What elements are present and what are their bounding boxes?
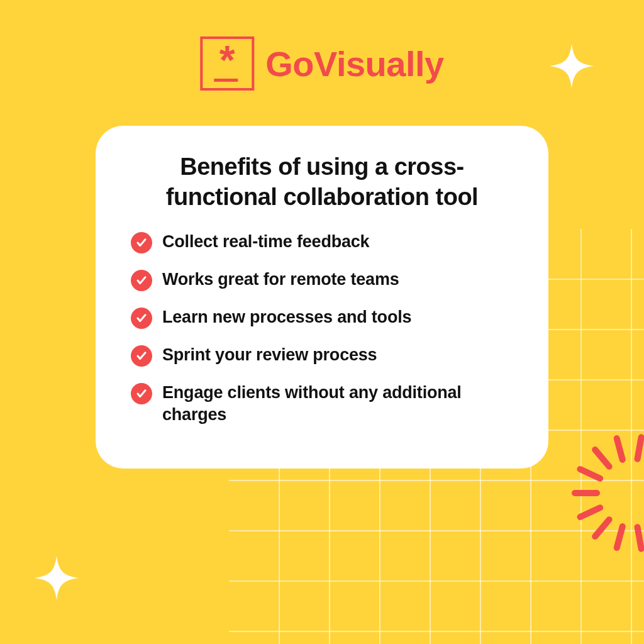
- svg-line-18: [595, 450, 609, 467]
- benefits-card: Benefits of using a cross-functional col…: [96, 126, 548, 469]
- svg-line-22: [595, 519, 609, 536]
- brand-name: GoVisually: [265, 43, 443, 84]
- sparkle-icon: [550, 44, 594, 88]
- radial-burst-icon: [543, 430, 644, 556]
- svg-line-21: [580, 508, 600, 517]
- checkmark-icon: [131, 270, 152, 291]
- benefit-text: Learn new processes and tools: [162, 306, 411, 328]
- list-item: Sprint your review process: [131, 344, 513, 367]
- checkmark-icon: [131, 232, 152, 253]
- benefit-text: Works great for remote teams: [162, 269, 399, 291]
- checkmark-icon: [131, 383, 152, 404]
- svg-line-19: [617, 438, 623, 460]
- benefit-text: Engage clients without any additional ch…: [162, 382, 513, 426]
- list-item: Collect real-time feedback: [131, 231, 513, 253]
- svg-line-17: [580, 469, 600, 479]
- benefit-text: Collect real-time feedback: [162, 231, 369, 253]
- sparkle-icon: [35, 556, 79, 600]
- asterisk-icon: *: [219, 40, 235, 80]
- svg-line-23: [617, 526, 623, 548]
- brand-logo: * GoVisually: [200, 36, 443, 91]
- logo-mark: *: [200, 36, 254, 91]
- svg-line-24: [638, 527, 641, 548]
- list-item: Learn new processes and tools: [131, 306, 513, 329]
- card-title: Benefits of using a cross-functional col…: [131, 152, 513, 212]
- list-item: Works great for remote teams: [131, 269, 513, 291]
- svg-line-20: [638, 437, 641, 458]
- checkmark-icon: [131, 345, 152, 367]
- checkmark-icon: [131, 308, 152, 329]
- benefit-text: Sprint your review process: [162, 344, 377, 366]
- benefits-list: Collect real-time feedback Works great f…: [131, 231, 513, 426]
- list-item: Engage clients without any additional ch…: [131, 382, 513, 426]
- logo-underline: [214, 79, 238, 82]
